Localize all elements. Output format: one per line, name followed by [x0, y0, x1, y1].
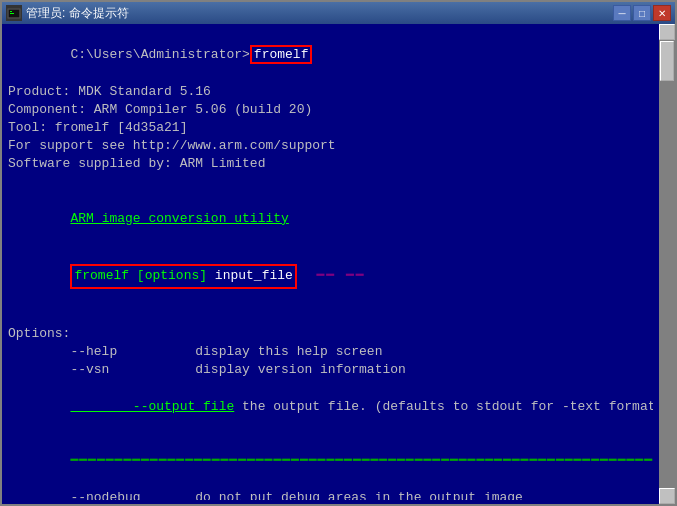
line-blank1 [8, 174, 653, 192]
line-arm-image: ARM image conversion utility [8, 192, 653, 247]
scrollbar[interactable]: ▲ ▼ [659, 24, 675, 504]
line-output-dashes: ━━━━━━━━━━━━━━━━━━━━━━━━━━━━━━━━━━━━━━━━… [8, 434, 653, 489]
terminal: C:\Users\Administrator>fromelf Product: … [2, 24, 675, 504]
cmd-line: C:\Users\Administrator>fromelf [8, 28, 653, 83]
title-bar-left: 管理员: 命令提示符 [6, 5, 129, 22]
line-options-header: Options: [8, 325, 653, 343]
title-bar: 管理员: 命令提示符 ─ □ ✕ [2, 2, 675, 24]
window: 管理员: 命令提示符 ─ □ ✕ C:\Users\Administrator>… [0, 0, 677, 506]
title-bar-icon [6, 5, 22, 21]
scroll-thumb[interactable] [660, 41, 674, 81]
scroll-track [659, 40, 675, 488]
line-nodebug: --nodebug do not put debug areas in the … [8, 489, 653, 500]
line-blank2 [8, 307, 653, 325]
line-vsn: --vsn display version information [8, 361, 653, 379]
line-component: Component: ARM Compiler 5.06 (build 20) [8, 101, 653, 119]
line-tool: Tool: fromelf [4d35a21] [8, 119, 653, 137]
minimize-button[interactable]: ─ [613, 5, 631, 21]
close-button[interactable]: ✕ [653, 5, 671, 21]
terminal-content: C:\Users\Administrator>fromelf Product: … [8, 28, 653, 500]
line-product: Product: MDK Standard 5.16 [8, 83, 653, 101]
line-output-file: --output_file the output file. (defaults… [8, 380, 653, 435]
line-help: --help display this help screen [8, 343, 653, 361]
line-usage: fromelf [options] input_file ━━ ━━ [8, 246, 653, 307]
scroll-down[interactable]: ▼ [659, 488, 675, 504]
maximize-button[interactable]: □ [633, 5, 651, 21]
line-supplied: Software supplied by: ARM Limited [8, 155, 653, 173]
fromelf-command: fromelf [250, 45, 313, 64]
scroll-up[interactable]: ▲ [659, 24, 675, 40]
svg-rect-2 [10, 11, 12, 12]
line-support: For support see http://www.arm.com/suppo… [8, 137, 653, 155]
title-text: 管理员: 命令提示符 [26, 5, 129, 22]
svg-rect-3 [10, 13, 14, 14]
title-bar-buttons: ─ □ ✕ [613, 5, 671, 21]
